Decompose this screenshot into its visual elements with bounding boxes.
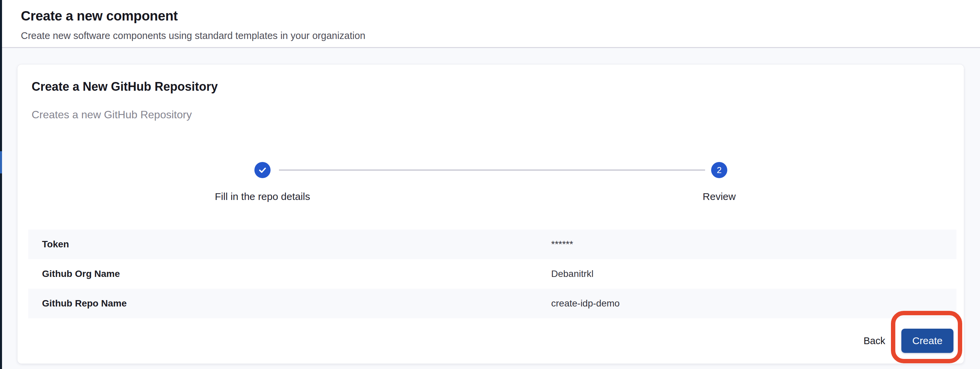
step-2-number-badge: 2 <box>711 162 727 178</box>
create-button-wrapper: Create <box>901 329 953 353</box>
page-root: Create a new component Create new softwa… <box>0 0 980 369</box>
stepper: 2 Fill in the repo details Review <box>18 162 964 205</box>
page-subtitle: Create new software components using sta… <box>21 30 980 42</box>
row-value-github-repo-name: create-idp-demo <box>551 298 620 309</box>
table-row: Github Org Name Debanitrkl <box>28 259 956 289</box>
row-label-token: Token <box>28 239 551 250</box>
step-1-completed-badge <box>255 162 270 178</box>
wizard-actions: Back Create <box>18 329 964 353</box>
card-title: Create a New GitHub Repository <box>18 65 964 94</box>
create-button[interactable]: Create <box>901 329 953 353</box>
step-2-number: 2 <box>717 165 722 175</box>
check-icon <box>258 165 267 175</box>
review-table: Token ****** Github Org Name Debanitrkl … <box>28 229 956 318</box>
step-1-label: Fill in the repo details <box>175 191 350 202</box>
page-header: Create a new component Create new softwa… <box>2 0 980 48</box>
table-row: Github Repo Name create-idp-demo <box>28 289 956 318</box>
step-2-label: Review <box>632 191 807 202</box>
page-title: Create a new component <box>21 7 980 24</box>
stepper-connector <box>279 170 705 170</box>
sidebar-active-indicator[interactable] <box>0 151 2 173</box>
table-row: Token ****** <box>28 229 956 259</box>
template-wizard-card: Create a New GitHub Repository Creates a… <box>18 65 964 364</box>
card-subtitle: Creates a new GitHub Repository <box>18 108 964 121</box>
back-button[interactable]: Back <box>856 331 893 351</box>
row-value-github-org-name: Debanitrkl <box>551 269 593 279</box>
row-value-token: ****** <box>551 239 573 250</box>
collapsed-sidebar-edge <box>0 0 2 369</box>
row-label-github-org-name: Github Org Name <box>28 269 551 279</box>
row-label-github-repo-name: Github Repo Name <box>28 298 551 309</box>
